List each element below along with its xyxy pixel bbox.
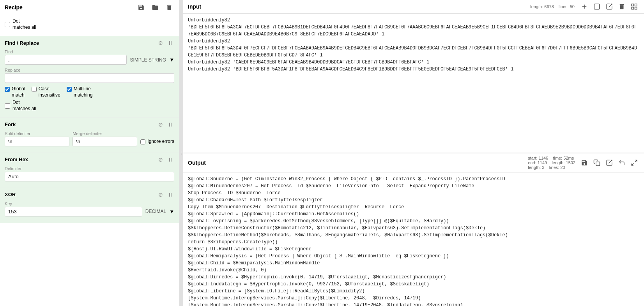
xor-pause-btn[interactable]: ⏸ <box>166 191 174 198</box>
from-hex-delimiter-field: Delimiter <box>5 166 174 181</box>
xor-type-chevron: ▼ <box>169 209 174 215</box>
output-start-label: start: <box>528 156 537 160</box>
output-length2-value: 1502 <box>566 160 575 165</box>
replace-field: Replace <box>5 68 174 83</box>
input-length-label: length: <box>530 4 543 9</box>
input-section: Input length: 6678 lines: 50 <box>183 0 644 153</box>
output-undo-btn[interactable] <box>617 158 627 167</box>
left-panel: Recipe Dotmatches all Find / Replace ⊘ ⏸… <box>0 0 179 306</box>
split-label: Split delimiter <box>5 131 69 136</box>
xor-key-input[interactable] <box>5 207 142 216</box>
from-hex-delimiter-input[interactable] <box>5 172 174 181</box>
svg-rect-2 <box>632 4 633 6</box>
input-actions <box>579 2 639 11</box>
fork-pause-btn[interactable]: ⏸ <box>166 121 174 128</box>
save-recipe-button[interactable] <box>136 3 146 12</box>
xor-key-field: Key DECIMAL ▼ <box>5 201 174 216</box>
find-label: Find <box>5 49 174 54</box>
delete-recipe-button[interactable] <box>164 3 174 12</box>
fork-header: Fork ⊘ ⏸ <box>5 121 174 128</box>
input-lines-label: lines: <box>559 4 569 9</box>
find-replace-section: Find / Replace ⊘ ⏸ Find SIMPLE STRING ▼ … <box>0 36 179 118</box>
case-insensitive-checkbox[interactable] <box>32 87 37 92</box>
input-delete-btn[interactable] <box>617 2 627 11</box>
from-hex-icons: ⊘ ⏸ <box>157 156 174 163</box>
output-length2-label: length: <box>552 160 564 165</box>
global-match-label: Globalmatch <box>12 86 25 98</box>
multiline-matching-checkbox[interactable] <box>67 87 72 92</box>
input-length-value: 6678 <box>544 4 554 9</box>
output-lines-value: 20 <box>560 165 565 170</box>
dot-matches-all-top-section: Dotmatches all <box>0 15 179 36</box>
multiline-matching-group: Multilinematching <box>67 86 93 98</box>
find-type-chevron: ▼ <box>169 57 174 63</box>
output-fullscreen-btn[interactable] <box>629 158 639 167</box>
svg-line-7 <box>609 160 612 163</box>
panel-divider[interactable]: ⋮ <box>179 0 183 306</box>
recipe-title: Recipe <box>5 4 132 11</box>
find-replace-title: Find / Replace <box>5 40 157 46</box>
global-match-checkbox[interactable] <box>5 87 10 92</box>
merge-label: Merge delimiter <box>73 131 137 136</box>
input-export-btn[interactable] <box>604 2 614 11</box>
from-hex-delimiter-label: Delimiter <box>5 166 174 171</box>
find-replace-icons: ⊘ ⏸ <box>157 39 174 46</box>
from-hex-title: From Hex <box>5 157 157 162</box>
split-input[interactable] <box>5 137 69 146</box>
svg-line-8 <box>635 160 637 162</box>
ignore-errors-group: Ignore errors <box>140 139 174 146</box>
from-hex-disable-btn[interactable]: ⊘ <box>157 156 164 163</box>
output-export-btn[interactable] <box>604 158 614 167</box>
output-section: Output start: 1146 time: 52ms end: 1149 … <box>183 153 644 306</box>
merge-input[interactable] <box>73 137 137 146</box>
input-lines-value: 50 <box>570 4 575 9</box>
dot-matches-all-top-label: Dotmatches all <box>12 18 36 30</box>
xor-title: XOR <box>5 192 157 197</box>
xor-type-button[interactable]: DECIMAL <box>145 209 166 214</box>
find-input[interactable] <box>5 55 127 65</box>
input-content[interactable]: Unforbiddenly82 'BDFEF5F6FBF8F5A3CAF7ECF… <box>183 14 644 153</box>
svg-rect-3 <box>635 4 637 6</box>
output-meta: start: 1146 time: 52ms end: 1149 length:… <box>528 156 575 170</box>
find-replace-pause-btn[interactable]: ⏸ <box>166 39 174 46</box>
input-view-btn[interactable] <box>629 2 639 11</box>
xor-key-label: Key <box>5 201 174 206</box>
dot-matches-all-top-checkbox[interactable] <box>5 22 10 27</box>
input-open-btn[interactable] <box>592 2 602 11</box>
output-content[interactable]: $global:Snuderne = (Get-CimInstance Win3… <box>183 172 644 306</box>
output-end-value: 1149 <box>538 160 547 165</box>
fork-row: Split delimiter Merge delimiter Ignore e… <box>5 131 174 146</box>
from-hex-header: From Hex ⊘ ⏸ <box>5 156 174 163</box>
fork-title: Fork <box>5 121 157 127</box>
xor-section: XOR ⊘ ⏸ Key DECIMAL ▼ <box>0 188 179 223</box>
ignore-errors-label: Ignore errors <box>147 139 174 145</box>
input-title: Input <box>188 4 530 10</box>
fork-icons: ⊘ ⏸ <box>157 121 174 128</box>
global-match-group: Globalmatch <box>5 86 25 98</box>
svg-rect-5 <box>635 7 637 9</box>
ignore-errors-checkbox[interactable] <box>140 139 145 144</box>
replace-label: Replace <box>5 68 174 72</box>
open-recipe-button[interactable] <box>150 3 160 12</box>
find-replace-checkboxes: Globalmatch Caseinsensitive Multilinemat… <box>5 86 174 98</box>
find-type-button[interactable]: SIMPLE STRING <box>130 57 166 63</box>
svg-line-1 <box>609 4 612 7</box>
output-end-label: end: <box>528 160 536 165</box>
input-add-btn[interactable] <box>579 2 589 11</box>
output-save-btn[interactable] <box>579 158 589 167</box>
right-panel: Input length: 6678 lines: 50 <box>183 0 644 306</box>
replace-input[interactable] <box>5 73 174 83</box>
svg-rect-0 <box>594 4 600 9</box>
xor-icons: ⊘ ⏸ <box>157 191 174 198</box>
from-hex-pause-btn[interactable]: ⏸ <box>166 156 174 163</box>
dot-matches-all-bottom-checkbox[interactable] <box>5 103 10 109</box>
svg-rect-4 <box>632 7 633 9</box>
input-meta: length: 6678 lines: 50 <box>530 4 575 9</box>
output-copy-btn[interactable] <box>592 158 602 167</box>
find-replace-disable-btn[interactable]: ⊘ <box>157 39 164 46</box>
svg-rect-6 <box>596 162 600 166</box>
output-header: Output start: 1146 time: 52ms end: 1149 … <box>183 153 644 172</box>
fork-disable-btn[interactable]: ⊘ <box>157 121 164 128</box>
xor-disable-btn[interactable]: ⊘ <box>157 191 164 198</box>
from-hex-section: From Hex ⊘ ⏸ Delimiter <box>0 153 179 188</box>
